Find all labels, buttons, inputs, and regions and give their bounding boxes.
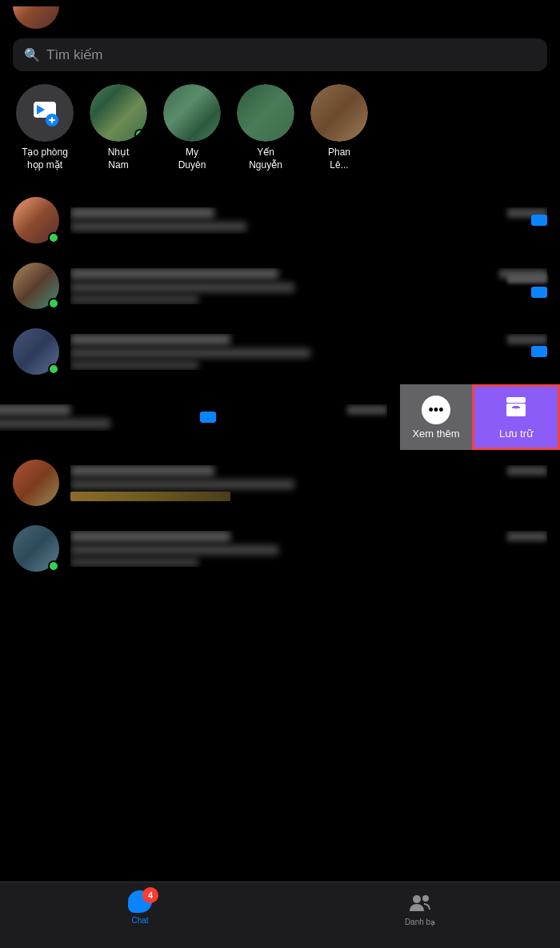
- chat-preview-2: [70, 492, 230, 501]
- chat-avatar: [13, 197, 59, 243]
- svg-rect-5: [506, 397, 526, 403]
- story-item-phan[interactable]: PhanLê...: [307, 84, 371, 171]
- chat-avatar: [13, 525, 59, 572]
- chat-preview: [70, 545, 278, 555]
- story-avatar-phan: [310, 84, 368, 142]
- chat-preview-2: [70, 295, 198, 304]
- chat-online-dot: [48, 364, 59, 375]
- chat-preview: [70, 283, 294, 292]
- more-icon: •••: [422, 396, 450, 424]
- chat-name: [0, 404, 70, 416]
- chat-content: [0, 404, 387, 431]
- tab-chat-label: Chat: [131, 916, 148, 925]
- unread-badge: [531, 346, 547, 357]
- search-bar[interactable]: 🔍 Tìm kiếm: [13, 38, 547, 71]
- story-name-yen: YếnNguyễn: [249, 147, 282, 171]
- chat-item[interactable]: [0, 187, 560, 253]
- chat-avatar: [13, 460, 59, 506]
- chat-name: [70, 334, 230, 345]
- chat-preview-2: [70, 557, 198, 567]
- chat-item[interactable]: [0, 319, 560, 384]
- chat-avatar: [13, 263, 59, 309]
- story-avatar-nhut: [90, 84, 147, 142]
- story-item-my[interactable]: MyDuyên: [160, 84, 224, 171]
- chat-preview-2: [70, 360, 198, 370]
- chat-preview: [70, 480, 294, 489]
- create-room-label: Tạo phòng họp mặt: [13, 147, 77, 171]
- story-avatar-my: [163, 84, 221, 142]
- chat-item-inner: [0, 384, 400, 450]
- chat-online-dot: [48, 298, 59, 309]
- more-button[interactable]: ••• Xem thêm: [400, 384, 472, 450]
- story-name-my: MyDuyên: [178, 147, 206, 171]
- story-name-phan: PhanLê...: [328, 147, 350, 171]
- chat-time: [507, 335, 547, 344]
- tab-contacts-label: Danh bạ: [405, 918, 435, 926]
- chat-item[interactable]: [0, 516, 560, 581]
- more-label: Xem thêm: [412, 428, 459, 440]
- stories-row: Tạo phòng họp mặt NhụtNam MyDuyên YếnNgu…: [0, 84, 560, 187]
- chat-name: [70, 531, 230, 542]
- chat-list: ••• Xem thêm Lưu trữ: [0, 187, 560, 581]
- svg-point-9: [422, 895, 429, 902]
- chat-avatar: [13, 328, 59, 375]
- chat-online-dot: [48, 232, 59, 243]
- archive-label: Lưu trữ: [499, 428, 533, 440]
- svg-point-8: [413, 895, 421, 903]
- create-room-icon: [16, 84, 74, 142]
- unread-badge: [531, 215, 547, 226]
- tab-chat-icon-wrap: 4: [128, 890, 152, 913]
- story-name-nhut: NhụtNam: [108, 147, 130, 171]
- tab-chat[interactable]: 4 Chat: [0, 890, 280, 925]
- chat-name: [70, 207, 214, 219]
- swipe-actions: ••• Xem thêm Lưu trữ: [400, 384, 560, 450]
- chat-content: [70, 465, 547, 501]
- chat-time: [507, 466, 547, 476]
- chat-time: [347, 405, 387, 415]
- tab-badge: 4: [142, 887, 158, 903]
- archive-icon: [505, 396, 527, 423]
- chat-content: [70, 531, 547, 567]
- contacts-icon: [408, 890, 432, 914]
- chat-item[interactable]: [0, 450, 560, 516]
- chat-item[interactable]: [0, 253, 560, 319]
- partial-top-item: [0, 6, 560, 29]
- create-room-item[interactable]: Tạo phòng họp mặt: [13, 84, 77, 171]
- tab-contacts[interactable]: Danh bạ: [280, 890, 560, 926]
- story-item-nhut[interactable]: NhụtNam: [86, 84, 150, 171]
- tab-bar: 4 Chat Danh bạ: [0, 882, 560, 948]
- chat-time: [507, 532, 547, 541]
- chat-name: [70, 268, 278, 279]
- online-indicator: [134, 129, 146, 140]
- chat-content: [70, 268, 547, 304]
- story-item-yen[interactable]: YếnNguyễn: [234, 84, 298, 171]
- chat-preview: [70, 348, 310, 358]
- svg-rect-3: [51, 117, 53, 123]
- chat-online-dot: [48, 560, 59, 572]
- chat-preview: [70, 222, 246, 231]
- chat-content: [70, 334, 547, 370]
- svg-rect-6: [506, 404, 526, 416]
- chat-preview: [0, 419, 110, 428]
- unread-badge: [531, 287, 547, 298]
- search-icon: 🔍: [24, 47, 40, 62]
- archive-button[interactable]: Lưu trữ: [472, 384, 560, 450]
- chat-content: [70, 207, 547, 234]
- chat-name: [70, 465, 214, 476]
- search-placeholder: Tìm kiếm: [46, 46, 102, 63]
- story-avatar-yen: [237, 84, 294, 142]
- chat-item-swiped[interactable]: ••• Xem thêm Lưu trữ: [0, 384, 560, 450]
